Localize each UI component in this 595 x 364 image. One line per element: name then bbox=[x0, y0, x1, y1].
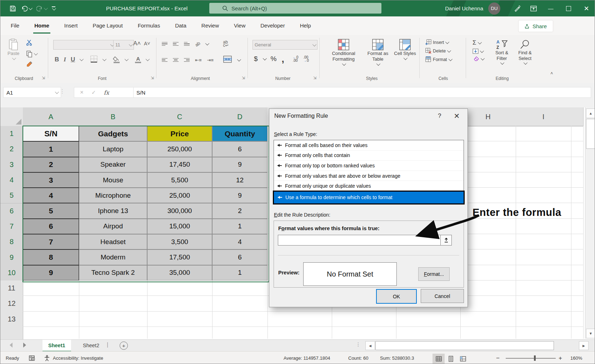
alignment-dialog-launcher-icon[interactable]: ⇲ bbox=[242, 76, 245, 80]
accessibility-status[interactable]: Accessibility: Investigate bbox=[44, 352, 103, 364]
cell[interactable]: 17,450 bbox=[147, 157, 212, 172]
tab-review[interactable]: Review bbox=[194, 16, 226, 35]
status-count[interactable]: Count: 60 bbox=[348, 352, 368, 364]
number-dialog-launcher-icon[interactable]: ⇲ bbox=[313, 76, 316, 80]
format-painter-icon[interactable] bbox=[26, 61, 37, 69]
conditional-formatting-button[interactable]: Conditional Formatting bbox=[327, 39, 360, 66]
sheet-tab-sheet1[interactable]: Sheet1 bbox=[42, 340, 71, 352]
redo-button[interactable] bbox=[36, 5, 47, 12]
cell[interactable]: Tecno Spark 2 bbox=[79, 265, 147, 280]
collapse-dialog-button[interactable] bbox=[440, 235, 452, 246]
scroll-up-icon[interactable]: ▲ bbox=[586, 108, 595, 118]
page-layout-view-icon[interactable] bbox=[445, 354, 457, 364]
font-color-caret-icon[interactable] bbox=[146, 57, 150, 61]
merge-caret-icon[interactable] bbox=[237, 57, 241, 61]
decrease-decimal-icon[interactable]: .00→0 bbox=[303, 56, 309, 62]
cell-styles-button[interactable]: Cell Styles bbox=[394, 39, 416, 60]
rule-type-item[interactable]: Format only unique or duplicate values bbox=[274, 181, 464, 191]
maximize-button[interactable] bbox=[560, 0, 578, 16]
cell[interactable]: Speaker bbox=[79, 157, 147, 172]
normal-view-icon[interactable] bbox=[432, 354, 445, 364]
prev-sheet-icon[interactable] bbox=[10, 343, 12, 348]
tab-developer[interactable]: Developer bbox=[253, 16, 292, 35]
macro-record-icon[interactable] bbox=[29, 352, 35, 364]
ribbon-display-options-icon[interactable] bbox=[525, 0, 542, 16]
cell[interactable]: Airpod bbox=[79, 219, 147, 234]
decrease-indent-icon[interactable]: ⇤≡ bbox=[195, 57, 201, 63]
borders-icon[interactable] bbox=[90, 55, 98, 64]
column-header-C[interactable]: C bbox=[147, 107, 212, 127]
accounting-caret-icon[interactable] bbox=[262, 56, 266, 60]
underline-caret-icon[interactable] bbox=[80, 57, 84, 61]
vertical-scroll-thumb[interactable] bbox=[586, 119, 595, 149]
wrap-text-icon[interactable]: abc↵ bbox=[223, 41, 229, 47]
tab-view[interactable]: View bbox=[226, 16, 253, 35]
dialog-close-icon[interactable]: ✕ bbox=[451, 112, 462, 120]
rule-type-item[interactable]: Format only cells that contain bbox=[274, 151, 464, 161]
hscroll-right-icon[interactable]: ▶ bbox=[579, 341, 589, 350]
row-header-12[interactable]: 12 bbox=[0, 296, 23, 312]
cell[interactable]: 4 bbox=[212, 234, 268, 249]
next-sheet-icon[interactable] bbox=[23, 343, 26, 348]
clear-button[interactable] bbox=[472, 56, 484, 61]
cell[interactable]: 1 bbox=[212, 219, 268, 234]
comma-style-icon[interactable]: , bbox=[281, 57, 284, 61]
header-cell-gadgets[interactable]: Gadgets bbox=[79, 126, 147, 141]
cell[interactable]: 7 bbox=[23, 234, 79, 249]
row-header-9[interactable]: 9 bbox=[0, 249, 24, 265]
row-header-10[interactable]: 10 bbox=[0, 265, 24, 281]
row-header-1[interactable]: 1 bbox=[0, 126, 24, 142]
format-as-table-button[interactable]: Format as Table bbox=[364, 39, 392, 66]
cell[interactable]: 15,000 bbox=[147, 219, 212, 234]
pen-sparkle-icon[interactable] bbox=[509, 0, 525, 16]
font-name-combobox[interactable] bbox=[53, 40, 115, 50]
cell[interactable]: Mouse bbox=[79, 172, 147, 188]
cell[interactable]: 6 bbox=[212, 141, 268, 157]
copy-icon[interactable] bbox=[26, 50, 37, 57]
column-header-D[interactable]: D bbox=[212, 107, 268, 127]
cell[interactable]: 8 bbox=[23, 249, 79, 265]
increase-font-size-button[interactable]: A˄ bbox=[133, 40, 141, 47]
cell[interactable]: 2 bbox=[212, 203, 268, 218]
bold-button[interactable]: B bbox=[55, 56, 59, 63]
cell[interactable]: 1 bbox=[23, 141, 79, 157]
borders-caret-icon[interactable] bbox=[102, 57, 106, 61]
cell[interactable]: 250,000 bbox=[147, 141, 212, 157]
column-header-A[interactable]: A bbox=[23, 107, 79, 127]
insert-function-icon[interactable]: fx bbox=[104, 89, 109, 96]
dialog-help-icon[interactable]: ? bbox=[438, 112, 441, 120]
customize-quick-access-icon[interactable] bbox=[52, 6, 55, 10]
tab-data[interactable]: Data bbox=[168, 16, 194, 35]
cell[interactable]: 3,500 bbox=[147, 234, 212, 249]
row-header-3[interactable]: 3 bbox=[0, 157, 24, 173]
minimize-button[interactable]: — bbox=[542, 0, 560, 16]
horizontal-scroll-thumb[interactable] bbox=[375, 341, 554, 350]
cell[interactable]: Moderm bbox=[79, 249, 147, 265]
font-size-combobox[interactable]: 11 bbox=[113, 40, 134, 50]
search-input[interactable]: Search (Alt+Q) bbox=[209, 3, 381, 14]
align-top-icon[interactable] bbox=[162, 42, 168, 46]
zoom-slider-thumb[interactable] bbox=[534, 355, 536, 361]
rule-type-item[interactable]: Format only values that are above or bel… bbox=[274, 171, 464, 181]
cell[interactable]: 5,500 bbox=[147, 172, 212, 188]
status-average[interactable]: Average: 114957.1804 bbox=[284, 352, 330, 364]
find-select-button[interactable]: Find & Select bbox=[515, 39, 535, 65]
zoom-in-icon[interactable]: + bbox=[559, 352, 562, 364]
cancel-button[interactable]: Cancel bbox=[421, 289, 464, 303]
align-left-icon[interactable] bbox=[162, 58, 168, 62]
cancel-entry-icon[interactable]: × bbox=[80, 89, 84, 96]
tab-insert[interactable]: Insert bbox=[57, 16, 85, 35]
cell[interactable]: Headset bbox=[79, 234, 147, 249]
cell[interactable]: 12 bbox=[212, 172, 268, 188]
fill-button[interactable] bbox=[472, 49, 484, 54]
undo-button[interactable] bbox=[21, 5, 31, 12]
vertical-scrollbar[interactable]: ▲ ▼ bbox=[585, 107, 595, 339]
delete-cells-button[interactable]: Delete bbox=[425, 48, 451, 54]
increase-indent-icon[interactable]: ⇥≡ bbox=[207, 57, 213, 63]
fill-color-icon[interactable] bbox=[113, 56, 120, 63]
tab-formulas[interactable]: Formulas bbox=[130, 16, 168, 35]
paste-button[interactable]: Paste bbox=[8, 39, 19, 60]
cell[interactable]: 25,000 bbox=[147, 188, 212, 203]
formula-input[interactable]: S/N bbox=[133, 87, 591, 98]
percent-style-icon[interactable]: % bbox=[271, 55, 277, 63]
